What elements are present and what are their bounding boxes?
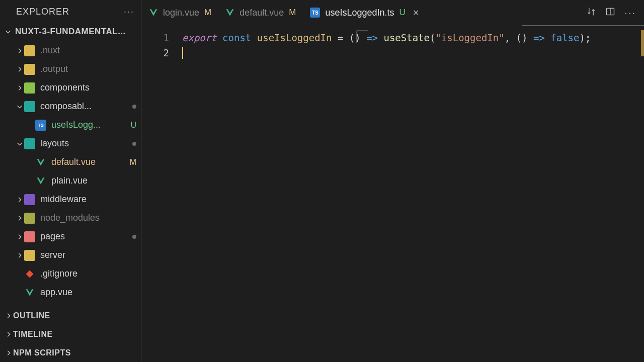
- tree-item-label: .nuxt: [40, 45, 136, 56]
- editor-action-icons: ···: [586, 7, 644, 19]
- tree-row[interactable]: pages: [0, 227, 141, 246]
- more-icon[interactable]: ···: [624, 7, 636, 19]
- git-icon: [24, 268, 35, 280]
- tree-item-label: composabl...: [40, 101, 129, 112]
- more-icon[interactable]: ···: [124, 7, 134, 17]
- git-status-badge: M: [289, 8, 296, 18]
- code-editor[interactable]: 1 2 export const useIsLoggedIn = () => u…: [142, 26, 644, 362]
- token-punct: );: [579, 32, 591, 43]
- editor-tab[interactable]: login.vueM: [142, 0, 218, 25]
- tree-item-label: pages: [40, 231, 129, 242]
- tree-row[interactable]: composabl...: [0, 97, 141, 116]
- tree-row[interactable]: .output: [0, 60, 141, 78]
- vue-icon: [225, 8, 234, 17]
- project-header[interactable]: NUXT-3-FUNDAMENTAL...: [0, 23, 141, 40]
- tree-row[interactable]: default.vueM: [0, 153, 141, 171]
- tree-row[interactable]: components: [0, 78, 141, 97]
- dirty-dot-icon: [132, 105, 136, 109]
- folder-icon: [24, 231, 35, 242]
- folder-icon: [24, 45, 35, 56]
- npm-scripts-panel[interactable]: NPM SCRIPTS: [0, 343, 141, 362]
- tree-row[interactable]: .nuxt: [0, 41, 141, 60]
- tree-row[interactable]: app.vue: [0, 283, 141, 302]
- overview-ruler: [641, 30, 644, 56]
- line-number: 1: [142, 30, 169, 45]
- timeline-panel[interactable]: TIMELINE: [0, 325, 141, 343]
- folder-icon: [24, 64, 35, 75]
- chevron-right-icon: [4, 331, 13, 338]
- editor-tab[interactable]: TSuseIsLoggedIn.tsU✕: [303, 0, 426, 25]
- chevron-down-icon: [4, 28, 12, 36]
- chevron-right-icon: [15, 66, 24, 73]
- tree-row[interactable]: middleware: [0, 190, 141, 209]
- tree-item-label: server: [40, 250, 136, 260]
- token-punct: (: [430, 32, 435, 43]
- git-status-badge: M: [130, 158, 136, 167]
- tree-row[interactable]: .gitignore: [0, 264, 141, 283]
- chevron-right-icon: [4, 349, 13, 356]
- chevron-right-icon: [15, 233, 24, 240]
- folder-icon: [24, 101, 35, 112]
- tree-row[interactable]: plain.vue: [0, 171, 141, 190]
- compare-changes-icon[interactable]: [586, 7, 596, 19]
- tree-row[interactable]: TSuseIsLogg...U: [0, 116, 141, 134]
- cursor: [182, 47, 183, 59]
- folder-icon: [24, 82, 35, 94]
- tree-row[interactable]: layouts: [0, 134, 141, 153]
- npm-label: NPM SCRIPTS: [13, 348, 71, 357]
- chevron-right-icon: [4, 312, 13, 319]
- close-icon[interactable]: ✕: [413, 8, 419, 18]
- timeline-label: TIMELINE: [13, 330, 53, 339]
- split-editor-icon[interactable]: [605, 7, 615, 19]
- tree-item-label: default.vue: [51, 157, 127, 167]
- git-status-badge: M: [204, 8, 211, 18]
- tab-bar: login.vueMdefault.vueMTSuseIsLoggedIn.ts…: [142, 0, 644, 25]
- editor-main: login.vueMdefault.vueMTSuseIsLoggedIn.ts…: [142, 0, 644, 362]
- token-punct: =: [332, 32, 349, 43]
- sidebar: EXPLORER ··· NUXT-3-FUNDAMENTAL... .nuxt…: [0, 0, 142, 362]
- folder-icon: [24, 250, 35, 261]
- chevron-down-icon: [15, 140, 24, 147]
- tree-row[interactable]: server: [0, 246, 141, 264]
- chevron-right-icon: [15, 252, 24, 259]
- tree-item-label: middleware: [40, 194, 136, 205]
- typescript-icon: TS: [310, 8, 320, 18]
- chevron-right-icon: [15, 196, 24, 203]
- chevron-down-icon: [15, 103, 24, 110]
- token-bool: false: [550, 32, 579, 43]
- tree-item-label: layouts: [40, 138, 129, 149]
- code-area[interactable]: export const useIsLoggedIn = () => useSt…: [182, 30, 644, 362]
- typescript-icon: TS: [35, 120, 46, 131]
- tree-item-label: plain.vue: [51, 175, 136, 186]
- tree-item-label: .output: [40, 64, 136, 74]
- explorer-header: EXPLORER ···: [0, 0, 141, 23]
- tab-label: useIsLoggedIn.ts: [325, 8, 394, 18]
- dirty-dot-icon: [132, 235, 136, 239]
- folder-icon: [24, 213, 35, 224]
- vue-icon: [24, 287, 35, 298]
- outline-panel[interactable]: OUTLINE: [0, 306, 141, 325]
- vue-icon: [35, 175, 46, 187]
- token-arrow: =>: [527, 32, 550, 43]
- tree-item-label: .gitignore: [40, 268, 136, 279]
- vue-icon: [149, 8, 158, 17]
- git-status-badge: U: [130, 121, 136, 130]
- tree-item-label: app.vue: [40, 287, 136, 298]
- tree-row[interactable]: node_modules: [0, 209, 141, 227]
- editor-tab[interactable]: default.vueM: [218, 0, 303, 25]
- token-punct: (): [516, 32, 528, 43]
- vue-icon: [35, 157, 46, 168]
- tab-label: default.vue: [239, 8, 284, 18]
- token-func: useState: [383, 32, 430, 43]
- token-ident: useIsLoggedIn: [257, 32, 332, 43]
- sidebar-panels: OUTLINE TIMELINE NPM SCRIPTS: [0, 306, 141, 362]
- folder-icon: [24, 194, 35, 205]
- tree-item-label: useIsLogg...: [51, 120, 127, 130]
- tree-item-label: components: [40, 82, 136, 93]
- folder-icon: [24, 138, 35, 149]
- token-punct: ,: [505, 32, 516, 43]
- outline-label: OUTLINE: [13, 311, 50, 320]
- chevron-right-icon: [15, 215, 24, 222]
- line-gutter: 1 2: [142, 30, 182, 362]
- chevron-right-icon: [15, 84, 24, 92]
